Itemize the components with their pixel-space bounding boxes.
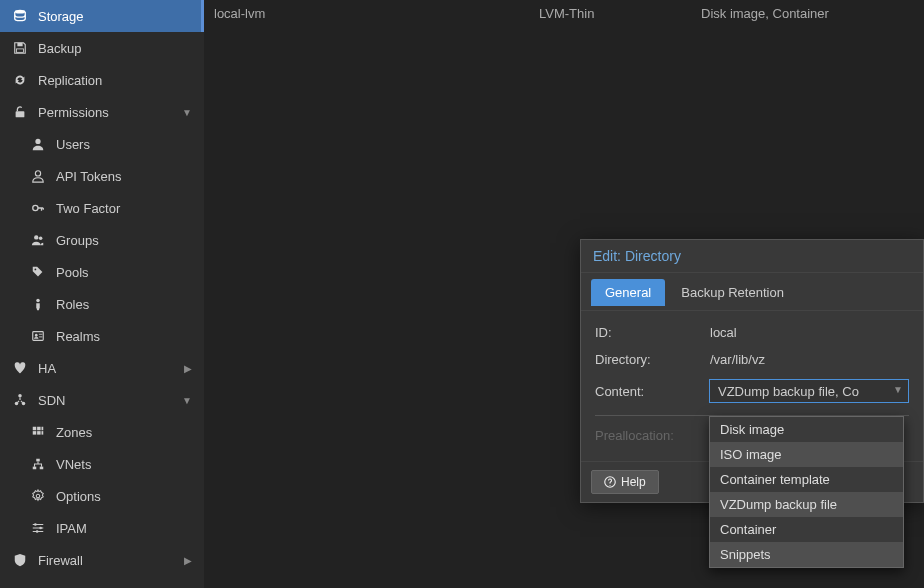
svg-rect-22 xyxy=(36,459,40,462)
sidebar-item-ipam[interactable]: IPAM xyxy=(0,512,204,544)
storage-content-cell: Disk image, Container xyxy=(701,6,914,21)
dropdown-item-vzdump[interactable]: VZDump backup file xyxy=(710,492,903,517)
floppy-icon xyxy=(12,40,28,56)
tab-backup-retention[interactable]: Backup Retention xyxy=(667,279,798,306)
sidebar-item-label: API Tokens xyxy=(56,169,122,184)
heartbeat-icon xyxy=(12,360,28,376)
dropdown-item-container[interactable]: Container xyxy=(710,517,903,542)
sidebar-item-label: IPAM xyxy=(56,521,87,536)
svg-point-10 xyxy=(36,299,40,303)
svg-rect-21 xyxy=(42,431,44,435)
tags-icon xyxy=(30,264,46,280)
sidebar-item-label: Zones xyxy=(56,425,92,440)
svg-point-9 xyxy=(35,269,37,271)
sidebar-item-roles[interactable]: Roles xyxy=(0,288,204,320)
chevron-down-icon: ▼ xyxy=(182,107,192,118)
sync-icon xyxy=(12,72,28,88)
svg-rect-19 xyxy=(33,431,37,435)
database-icon xyxy=(12,8,28,24)
sidebar-item-ha[interactable]: HA ▶ xyxy=(0,352,204,384)
dropdown-item-container-template[interactable]: Container template xyxy=(710,467,903,492)
sidebar-item-vnets[interactable]: VNets xyxy=(0,448,204,480)
content-select[interactable] xyxy=(709,379,909,403)
svg-rect-11 xyxy=(33,332,44,341)
sidebar-item-pools[interactable]: Pools xyxy=(0,256,204,288)
svg-rect-1 xyxy=(17,43,22,47)
storage-type-cell: LVM-Thin xyxy=(539,6,701,21)
sidebar-item-label: Realms xyxy=(56,329,100,344)
id-value: local xyxy=(710,325,909,340)
sidebar-item-realms[interactable]: Realms xyxy=(0,320,204,352)
sidebar-item-options[interactable]: Options xyxy=(0,480,204,512)
sidebar-item-firewall[interactable]: Firewall ▶ xyxy=(0,544,204,576)
sidebar-item-two-factor[interactable]: Two Factor xyxy=(0,192,204,224)
svg-rect-2 xyxy=(17,49,24,53)
content-label: Content: xyxy=(595,384,709,399)
field-id: ID: local xyxy=(595,325,909,340)
sidebar-item-label: HA xyxy=(38,361,56,376)
id-card-icon xyxy=(30,328,46,344)
svg-rect-3 xyxy=(16,111,25,117)
sdn-icon xyxy=(12,392,28,408)
svg-point-13 xyxy=(18,394,22,398)
chevron-right-icon: ▶ xyxy=(184,555,192,566)
sidebar-item-label: Permissions xyxy=(38,105,109,120)
dialog-tabs: General Backup Retention xyxy=(581,273,923,306)
help-icon xyxy=(604,476,616,488)
sidebar-item-label: Groups xyxy=(56,233,99,248)
svg-point-5 xyxy=(35,171,40,176)
help-button[interactable]: Help xyxy=(591,470,659,494)
svg-rect-17 xyxy=(37,427,41,431)
field-content: Content: ▼ xyxy=(595,379,909,403)
sidebar-item-zones[interactable]: Zones xyxy=(0,416,204,448)
svg-point-7 xyxy=(34,235,38,239)
dropdown-item-disk-image[interactable]: Disk image xyxy=(710,417,903,442)
dropdown-item-iso-image[interactable]: ISO image xyxy=(710,442,903,467)
svg-point-8 xyxy=(39,237,43,241)
svg-point-6 xyxy=(33,205,38,210)
field-directory: Directory: /var/lib/vz xyxy=(595,352,909,367)
table-row[interactable]: local-lvm LVM-Thin Disk image, Container xyxy=(204,0,924,27)
person-icon xyxy=(30,296,46,312)
storage-name-cell: local-lvm xyxy=(214,6,539,21)
sidebar-item-label: SDN xyxy=(38,393,65,408)
svg-point-4 xyxy=(35,139,40,144)
dialog-title: Edit: Directory xyxy=(581,240,923,273)
preallocation-label: Preallocation: xyxy=(595,428,710,443)
sidebar-item-label: Roles xyxy=(56,297,89,312)
chevron-down-icon: ▼ xyxy=(182,395,192,406)
sidebar-item-replication[interactable]: Replication xyxy=(0,64,204,96)
unlock-icon xyxy=(12,104,28,120)
sidebar-item-label: Options xyxy=(56,489,101,504)
sidebar-item-groups[interactable]: Groups xyxy=(0,224,204,256)
dropdown-item-snippets[interactable]: Snippets xyxy=(710,542,903,567)
sidebar-item-label: Firewall xyxy=(38,553,83,568)
sidebar-item-storage[interactable]: Storage xyxy=(0,0,204,32)
sidebar-item-label: VNets xyxy=(56,457,91,472)
svg-rect-23 xyxy=(33,467,37,470)
content-dropdown: Disk image ISO image Container template … xyxy=(709,416,904,568)
key-icon xyxy=(30,200,46,216)
svg-point-26 xyxy=(39,527,42,530)
sidebar: Storage Backup Replication Permissions ▼… xyxy=(0,0,204,588)
sidebar-item-sdn[interactable]: SDN ▼ xyxy=(0,384,204,416)
sidebar-item-users[interactable]: Users xyxy=(0,128,204,160)
svg-rect-20 xyxy=(37,431,41,435)
user-outline-icon xyxy=(30,168,46,184)
directory-label: Directory: xyxy=(595,352,710,367)
sliders-icon xyxy=(30,520,46,536)
sidebar-item-label: Backup xyxy=(38,41,81,56)
directory-value: /var/lib/vz xyxy=(710,352,909,367)
svg-point-27 xyxy=(36,530,39,533)
tab-general[interactable]: General xyxy=(591,279,665,306)
sidebar-item-label: Replication xyxy=(38,73,102,88)
sidebar-item-label: Users xyxy=(56,137,90,152)
chevron-right-icon: ▶ xyxy=(184,363,192,374)
sidebar-item-label: Storage xyxy=(38,9,84,24)
sidebar-item-permissions[interactable]: Permissions ▼ xyxy=(0,96,204,128)
sidebar-item-backup[interactable]: Backup xyxy=(0,32,204,64)
svg-rect-18 xyxy=(42,427,44,431)
user-icon xyxy=(30,136,46,152)
sidebar-item-api-tokens[interactable]: API Tokens xyxy=(0,160,204,192)
id-label: ID: xyxy=(595,325,710,340)
